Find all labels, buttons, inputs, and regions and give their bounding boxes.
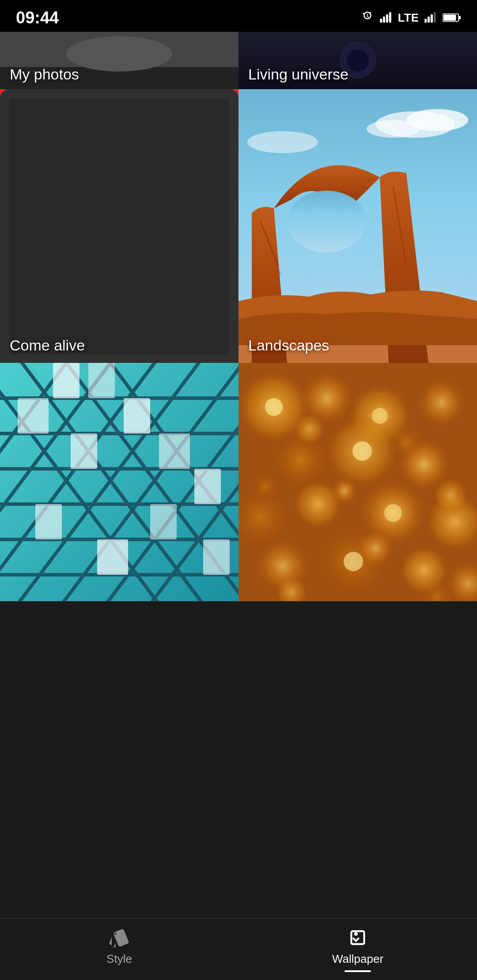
style-label: Style [106,952,132,966]
status-icons: LTE [361,11,461,25]
svg-rect-55 [159,433,190,469]
svg-rect-9 [458,16,461,19]
svg-point-66 [417,378,466,427]
svg-point-79 [389,425,424,460]
svg-point-80 [331,478,358,504]
come-alive-bg [0,89,238,363]
status-time: 09:44 [16,8,59,27]
come-alive-label: Come alive [10,337,85,354]
my-photos-label: My photos [10,66,79,83]
svg-rect-7 [434,12,436,23]
bokeh-svg [238,363,477,601]
architecture-svg [0,363,238,601]
top-row: My photos Living universe [0,32,477,89]
svg-rect-50 [53,363,80,398]
main-content: My photos Living universe [0,32,477,918]
living-universe-item[interactable]: Living universe [238,32,477,89]
svg-rect-52 [18,398,49,433]
landscapes-item[interactable]: Landscapes [238,89,477,363]
svg-point-28 [287,191,367,253]
landscapes-bg [238,89,477,363]
svg-rect-4 [424,19,427,23]
svg-rect-58 [150,504,177,539]
svg-rect-57 [97,539,128,575]
spacer [0,601,477,663]
svg-rect-6 [431,15,433,23]
living-universe-label: Living universe [248,66,348,83]
svg-point-25 [247,131,318,153]
svg-rect-56 [35,504,62,539]
svg-point-86 [265,398,283,416]
svg-point-14 [66,36,172,72]
bokeh-bg [238,363,477,601]
wallpaper-icon [347,927,369,949]
svg-point-17 [347,49,369,72]
svg-rect-53 [71,433,97,469]
wallpaper-tab[interactable]: Wallpaper [322,927,393,972]
svg-rect-3 [389,12,391,23]
come-alive-item[interactable]: Come alive [0,89,238,363]
svg-rect-1 [383,17,385,23]
svg-rect-54 [124,398,150,433]
bottom-nav: Style Wallpaper [0,918,477,980]
architecture-bg [0,363,238,601]
svg-rect-51 [88,363,115,398]
signal-icon [379,11,394,24]
svg-rect-10 [443,15,456,20]
svg-point-88 [352,441,372,461]
svg-point-24 [367,120,420,138]
lte-icon: LTE [398,11,419,25]
svg-rect-60 [203,539,230,575]
svg-point-90 [344,552,363,571]
svg-rect-2 [386,15,388,23]
bokeh-item[interactable] [238,363,477,601]
network-icon [423,11,438,24]
battery-icon [443,12,461,23]
status-bar: 09:44 LTE [0,0,477,32]
svg-point-81 [434,479,467,512]
my-photos-item[interactable]: My photos [0,32,238,89]
style-icon [108,927,130,949]
svg-point-89 [384,504,402,522]
architecture-item[interactable] [0,363,238,601]
svg-point-82 [251,472,279,501]
svg-rect-59 [194,469,221,504]
alarm-icon [361,11,374,24]
landscapes-svg [238,89,477,363]
wallpaper-label: Wallpaper [332,952,383,966]
svg-rect-0 [380,19,382,23]
svg-point-87 [372,408,388,424]
wallpaper-grid: Come alive [0,89,477,601]
svg-rect-5 [428,17,430,23]
come-alive-svg [0,89,238,363]
style-tab[interactable]: Style [84,927,155,966]
svg-point-78 [294,414,325,445]
svg-rect-20 [9,98,230,354]
landscapes-label: Landscapes [248,337,329,354]
